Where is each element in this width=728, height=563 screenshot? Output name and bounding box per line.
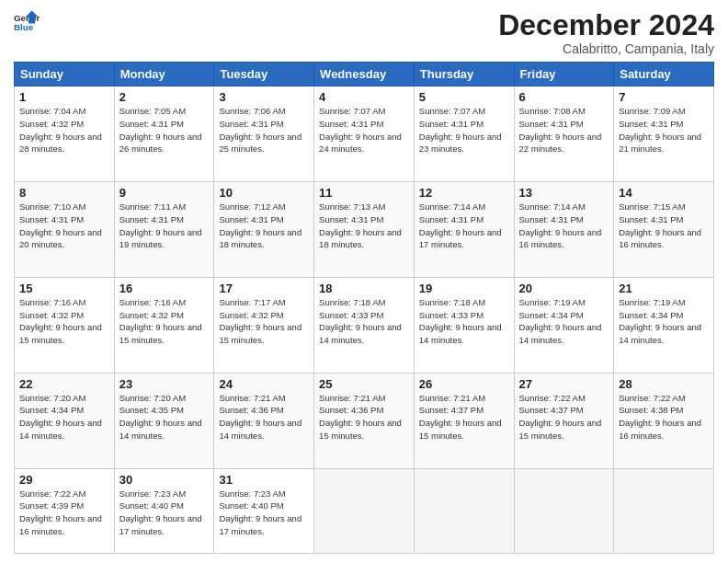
day-info: Sunrise: 7:16 AMSunset: 4:32 PMDaylight:…: [119, 296, 210, 347]
header-saturday: Saturday: [614, 63, 714, 86]
day-info: Sunrise: 7:04 AMSunset: 4:32 PMDaylight:…: [19, 105, 109, 155]
location: Calabritto, Campania, Italy: [498, 41, 714, 56]
calendar-day: 24Sunrise: 7:21 AMSunset: 4:36 PMDayligh…: [214, 373, 314, 468]
calendar-day: 22Sunrise: 7:20 AMSunset: 4:34 PMDayligh…: [15, 373, 115, 468]
calendar-day: 9Sunrise: 7:11 AMSunset: 4:31 PMDaylight…: [114, 182, 214, 278]
calendar-day: 6Sunrise: 7:08 AMSunset: 4:31 PMDaylight…: [514, 86, 614, 182]
day-number: 19: [419, 282, 509, 295]
calendar-day: 30Sunrise: 7:23 AMSunset: 4:40 PMDayligh…: [114, 468, 214, 553]
calendar-day: 11Sunrise: 7:13 AMSunset: 4:31 PMDayligh…: [314, 182, 415, 278]
calendar-week-row: 1Sunrise: 7:04 AMSunset: 4:32 PMDaylight…: [15, 86, 714, 182]
calendar-empty: [614, 468, 714, 553]
day-number: 9: [119, 186, 210, 200]
day-info: Sunrise: 7:16 AMSunset: 4:32 PMDaylight:…: [19, 296, 109, 347]
calendar-day: 27Sunrise: 7:22 AMSunset: 4:37 PMDayligh…: [514, 373, 614, 468]
day-number: 11: [319, 186, 409, 200]
calendar-day: 14Sunrise: 7:15 AMSunset: 4:31 PMDayligh…: [614, 182, 714, 278]
header: General Blue December 2024 Calabritto, C…: [14, 9, 714, 56]
calendar-day: 20Sunrise: 7:19 AMSunset: 4:34 PMDayligh…: [514, 277, 614, 373]
day-info: Sunrise: 7:21 AMSunset: 4:36 PMDaylight:…: [319, 392, 409, 442]
day-number: 16: [119, 282, 210, 295]
calendar-day: 26Sunrise: 7:21 AMSunset: 4:37 PMDayligh…: [414, 373, 514, 468]
day-info: Sunrise: 7:19 AMSunset: 4:34 PMDaylight:…: [519, 296, 609, 347]
calendar-day: 29Sunrise: 7:22 AMSunset: 4:39 PMDayligh…: [15, 468, 115, 553]
day-info: Sunrise: 7:11 AMSunset: 4:31 PMDaylight:…: [119, 201, 210, 251]
logo: General Blue: [14, 9, 40, 35]
calendar-empty: [414, 468, 514, 553]
day-info: Sunrise: 7:18 AMSunset: 4:33 PMDaylight:…: [419, 296, 509, 347]
header-monday: Monday: [114, 63, 214, 86]
day-info: Sunrise: 7:13 AMSunset: 4:31 PMDaylight:…: [319, 201, 409, 251]
day-info: Sunrise: 7:17 AMSunset: 4:32 PMDaylight:…: [219, 296, 309, 347]
calendar-week-row: 15Sunrise: 7:16 AMSunset: 4:32 PMDayligh…: [15, 277, 714, 373]
day-number: 7: [619, 90, 709, 104]
day-info: Sunrise: 7:08 AMSunset: 4:31 PMDaylight:…: [519, 105, 609, 155]
calendar-day: 8Sunrise: 7:10 AMSunset: 4:31 PMDaylight…: [15, 182, 115, 278]
day-info: Sunrise: 7:21 AMSunset: 4:37 PMDaylight:…: [419, 392, 509, 442]
day-info: Sunrise: 7:12 AMSunset: 4:31 PMDaylight:…: [219, 201, 309, 251]
day-number: 2: [119, 90, 210, 104]
calendar-empty: [314, 468, 415, 553]
header-friday: Friday: [514, 63, 614, 86]
header-wednesday: Wednesday: [314, 63, 415, 86]
day-info: Sunrise: 7:19 AMSunset: 4:34 PMDaylight:…: [619, 296, 709, 347]
calendar-day: 28Sunrise: 7:22 AMSunset: 4:38 PMDayligh…: [614, 373, 714, 468]
header-tuesday: Tuesday: [214, 63, 314, 86]
day-info: Sunrise: 7:09 AMSunset: 4:31 PMDaylight:…: [619, 105, 709, 155]
calendar-day: 12Sunrise: 7:14 AMSunset: 4:31 PMDayligh…: [414, 182, 514, 278]
day-info: Sunrise: 7:23 AMSunset: 4:40 PMDaylight:…: [119, 488, 210, 538]
day-info: Sunrise: 7:07 AMSunset: 4:31 PMDaylight:…: [419, 105, 509, 155]
calendar-day: 7Sunrise: 7:09 AMSunset: 4:31 PMDaylight…: [614, 86, 714, 182]
day-number: 12: [419, 186, 509, 200]
day-info: Sunrise: 7:18 AMSunset: 4:33 PMDaylight:…: [319, 296, 409, 347]
calendar-header-row: Sunday Monday Tuesday Wednesday Thursday…: [15, 63, 714, 86]
day-number: 27: [519, 377, 609, 391]
day-info: Sunrise: 7:20 AMSunset: 4:35 PMDaylight:…: [119, 392, 210, 442]
day-number: 8: [19, 186, 109, 200]
day-number: 24: [219, 377, 309, 391]
day-info: Sunrise: 7:15 AMSunset: 4:31 PMDaylight:…: [619, 201, 709, 251]
day-number: 1: [19, 90, 109, 104]
day-number: 26: [419, 377, 509, 391]
calendar-day: 25Sunrise: 7:21 AMSunset: 4:36 PMDayligh…: [314, 373, 415, 468]
calendar-day: 16Sunrise: 7:16 AMSunset: 4:32 PMDayligh…: [114, 277, 214, 373]
day-info: Sunrise: 7:05 AMSunset: 4:31 PMDaylight:…: [119, 105, 210, 155]
svg-text:Blue: Blue: [14, 22, 34, 32]
calendar-day: 1Sunrise: 7:04 AMSunset: 4:32 PMDaylight…: [15, 86, 115, 182]
logo-icon: General Blue: [14, 9, 40, 35]
month-title: December 2024: [498, 9, 714, 41]
day-info: Sunrise: 7:22 AMSunset: 4:39 PMDaylight:…: [19, 488, 109, 538]
day-number: 31: [219, 473, 309, 487]
day-number: 22: [19, 377, 109, 391]
day-number: 29: [19, 473, 109, 487]
day-info: Sunrise: 7:14 AMSunset: 4:31 PMDaylight:…: [519, 201, 609, 251]
calendar-day: 19Sunrise: 7:18 AMSunset: 4:33 PMDayligh…: [414, 277, 514, 373]
calendar-day: 3Sunrise: 7:06 AMSunset: 4:31 PMDaylight…: [214, 86, 314, 182]
day-number: 25: [319, 377, 409, 391]
day-info: Sunrise: 7:14 AMSunset: 4:31 PMDaylight:…: [419, 201, 509, 251]
calendar-day: 18Sunrise: 7:18 AMSunset: 4:33 PMDayligh…: [314, 277, 415, 373]
day-number: 21: [619, 282, 709, 295]
svg-text:General: General: [14, 13, 40, 23]
day-number: 20: [519, 282, 609, 295]
day-info: Sunrise: 7:23 AMSunset: 4:40 PMDaylight:…: [219, 488, 309, 538]
day-info: Sunrise: 7:07 AMSunset: 4:31 PMDaylight:…: [319, 105, 409, 155]
calendar-day: 10Sunrise: 7:12 AMSunset: 4:31 PMDayligh…: [214, 182, 314, 278]
day-number: 30: [119, 473, 210, 487]
page: General Blue December 2024 Calabritto, C…: [0, 0, 728, 563]
title-block: December 2024 Calabritto, Campania, Ital…: [498, 9, 714, 56]
calendar-day: 13Sunrise: 7:14 AMSunset: 4:31 PMDayligh…: [514, 182, 614, 278]
day-number: 3: [219, 90, 309, 104]
calendar-empty: [514, 468, 614, 553]
calendar-day: 5Sunrise: 7:07 AMSunset: 4:31 PMDaylight…: [414, 86, 514, 182]
day-info: Sunrise: 7:10 AMSunset: 4:31 PMDaylight:…: [19, 201, 109, 251]
day-info: Sunrise: 7:22 AMSunset: 4:38 PMDaylight:…: [619, 392, 709, 442]
calendar-week-row: 8Sunrise: 7:10 AMSunset: 4:31 PMDaylight…: [15, 182, 714, 278]
calendar-day: 2Sunrise: 7:05 AMSunset: 4:31 PMDaylight…: [114, 86, 214, 182]
calendar-day: 31Sunrise: 7:23 AMSunset: 4:40 PMDayligh…: [214, 468, 314, 553]
calendar-day: 21Sunrise: 7:19 AMSunset: 4:34 PMDayligh…: [614, 277, 714, 373]
calendar-week-row: 29Sunrise: 7:22 AMSunset: 4:39 PMDayligh…: [15, 468, 714, 553]
calendar-table: Sunday Monday Tuesday Wednesday Thursday…: [14, 62, 714, 554]
day-number: 18: [319, 282, 409, 295]
day-number: 15: [19, 282, 109, 295]
